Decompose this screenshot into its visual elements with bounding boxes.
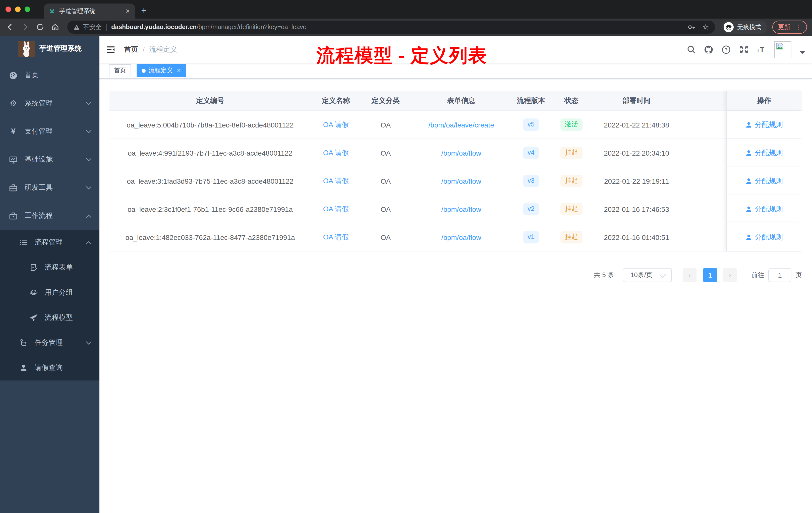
font-size-icon[interactable]: TT xyxy=(757,45,766,54)
search-icon[interactable] xyxy=(687,45,696,54)
url-separator xyxy=(106,24,107,31)
table-row: oa_leave:3:1fad3d93-7b75-11ec-a3c8-acde4… xyxy=(110,167,802,195)
sidebar-item-task-manage[interactable]: 任务管理 xyxy=(0,330,99,355)
goto-page-input[interactable] xyxy=(768,268,791,282)
help-icon[interactable]: ? xyxy=(722,45,731,54)
sidebar-item-infrastructure[interactable]: 基础设施 xyxy=(0,146,99,174)
definition-name-link[interactable]: OA 请假 xyxy=(323,176,349,185)
version-badge: v4 xyxy=(523,147,539,159)
sidebar-item-label: 流程表单 xyxy=(45,263,73,272)
definition-name-link[interactable]: OA 请假 xyxy=(323,120,349,129)
version-badge: v2 xyxy=(523,203,539,215)
sidebar-item-label: 流程管理 xyxy=(35,238,63,247)
github-icon[interactable] xyxy=(704,45,713,54)
svg-text:?: ? xyxy=(725,47,728,52)
definition-name-link[interactable]: OA 请假 xyxy=(323,148,349,157)
form-info-link[interactable]: /bpm/oa/flow xyxy=(441,149,481,157)
form-info-link[interactable]: /bpm/oa/flow xyxy=(441,205,481,213)
sidebar-item-devtools[interactable]: 研发工具 xyxy=(0,174,99,202)
assign-rule-button[interactable]: 分配规则 xyxy=(745,176,783,185)
minimize-window-button[interactable] xyxy=(15,6,21,12)
sidebar-item-user-group[interactable]: 用户分组 xyxy=(0,280,99,305)
breadcrumb-current: 流程定义 xyxy=(149,45,177,54)
tag-home[interactable]: 首页 xyxy=(109,64,131,77)
sidebar-item-leave-query[interactable]: 请假查询 xyxy=(0,355,99,381)
definition-id: oa_leave:2:3c1f0ef1-76b1-11ec-9c66-a2380… xyxy=(110,195,311,223)
tab-title: 芋道管理系统 xyxy=(59,7,95,15)
pagination: 共 5 条 10条/页 ‹ 1 › 前往 页 xyxy=(110,268,802,282)
workflow-icon xyxy=(9,212,18,220)
tag-process-definition[interactable]: 流程定义 ✕ xyxy=(137,64,186,77)
definition-table: 定义编号 定义名称 定义分类 表单信息 流程版本 状态 部署时间 操作 oa_l… xyxy=(110,91,802,251)
sidebar-logo[interactable]: 芋道管理系统 xyxy=(0,36,99,61)
insecure-label[interactable]: 不安全 xyxy=(83,23,102,31)
breadcrumb-separator: / xyxy=(143,46,145,54)
forward-icon[interactable] xyxy=(20,22,30,32)
deploy-time: 2022-01-16 01:40:51 xyxy=(593,223,680,251)
column-header-filler xyxy=(680,91,726,111)
table-row: oa_leave:4:991f2193-7b7f-11ec-a3c8-acde4… xyxy=(110,139,802,167)
sidebar-item-process-manage[interactable]: 流程管理 xyxy=(0,230,99,255)
monitor-icon xyxy=(9,155,18,164)
tag-close-icon[interactable]: ✕ xyxy=(177,68,181,73)
sidebar-item-label: 用户分组 xyxy=(45,288,73,297)
back-icon[interactable] xyxy=(5,22,15,32)
assign-rule-button[interactable]: 分配规则 xyxy=(745,205,783,214)
top-navbar: 首页 / 流程定义 流程模型 - 定义列表 ? xyxy=(99,36,812,63)
browser-update-button[interactable]: 更新 ⋮ xyxy=(772,21,807,34)
close-window-button[interactable] xyxy=(5,6,11,12)
sidebar-item-workflow[interactable]: 工作流程 xyxy=(0,202,99,230)
tab-close-icon[interactable]: ✕ xyxy=(125,8,130,14)
definition-name-link[interactable]: OA 请假 xyxy=(323,205,349,214)
column-header: 流程版本 xyxy=(512,91,550,111)
sidebar-item-process-form[interactable]: 流程表单 xyxy=(0,255,99,280)
password-key-icon[interactable] xyxy=(687,23,695,31)
bookmark-star-icon[interactable]: ☆ xyxy=(702,23,709,32)
browser-menu-dots-icon[interactable]: ⋮ xyxy=(795,23,802,31)
sidebar-fold-icon[interactable] xyxy=(107,46,115,54)
assign-rule-button[interactable]: 分配规则 xyxy=(745,233,783,242)
sidebar-item-system[interactable]: ⚙ 系统管理 xyxy=(0,89,99,117)
table-row: oa_leave:1:482ec033-762a-11ec-8477-a2380… xyxy=(110,223,802,251)
user-icon xyxy=(745,149,752,156)
column-header: 状态 xyxy=(550,91,593,111)
next-page-button[interactable]: › xyxy=(723,268,737,282)
definition-name-link[interactable]: OA 请假 xyxy=(323,233,349,242)
status-badge: 挂起 xyxy=(560,147,582,159)
url-domain: dashboard.yudao.iocoder.cn xyxy=(111,24,197,31)
dashboard-icon xyxy=(9,71,18,80)
deploy-time: 2022-01-22 20:34:10 xyxy=(593,139,680,167)
address-bar[interactable]: 不安全 dashboard.yudao.iocoder.cn/bpm/manag… xyxy=(67,21,715,34)
sidebar-item-label: 工作流程 xyxy=(25,211,53,220)
assign-rule-button[interactable]: 分配规则 xyxy=(745,120,783,129)
yen-icon: ¥ xyxy=(9,127,18,136)
form-info-link[interactable]: /bpm/oa/flow xyxy=(441,177,481,185)
breadcrumb: 首页 / 流程定义 xyxy=(124,45,177,54)
fullscreen-icon[interactable] xyxy=(739,45,748,54)
user-avatar-broken-image[interactable] xyxy=(774,41,791,58)
definition-id: oa_leave:5:004b710b-7b8a-11ec-8ef0-acde4… xyxy=(110,111,311,139)
current-page-button[interactable]: 1 xyxy=(703,268,717,282)
assign-rule-button[interactable]: 分配规则 xyxy=(745,148,783,157)
breadcrumb-home[interactable]: 首页 xyxy=(124,45,138,54)
avatar-caret-down-icon[interactable] xyxy=(800,51,805,54)
new-tab-button[interactable]: + xyxy=(141,5,147,16)
chevron-down-icon xyxy=(86,186,91,189)
row-filler xyxy=(680,167,726,195)
sidebar-item-process-model[interactable]: 流程模型 xyxy=(0,305,99,330)
reload-icon[interactable] xyxy=(35,22,45,32)
browser-tab[interactable]: 芋道管理系统 ✕ xyxy=(44,3,135,19)
form-info-link[interactable]: /bpm/oa/leave/create xyxy=(428,121,494,129)
table-body: oa_leave:5:004b710b-7b8a-11ec-8ef0-acde4… xyxy=(110,111,802,251)
tag-label: 首页 xyxy=(114,66,126,75)
form-info-link[interactable]: /bpm/oa/flow xyxy=(441,233,481,241)
home-icon[interactable] xyxy=(50,22,60,32)
user-icon xyxy=(745,206,752,213)
sidebar-item-label: 任务管理 xyxy=(35,338,63,348)
zoom-window-button[interactable] xyxy=(25,6,30,12)
sidebar-item-payment[interactable]: ¥ 支付管理 xyxy=(0,117,99,146)
prev-page-button[interactable]: ‹ xyxy=(683,268,696,282)
deploy-time: 2022-01-22 21:48:38 xyxy=(593,111,680,139)
sidebar-item-home[interactable]: 首页 xyxy=(0,61,99,89)
page-size-select[interactable]: 10条/页 xyxy=(623,268,672,282)
